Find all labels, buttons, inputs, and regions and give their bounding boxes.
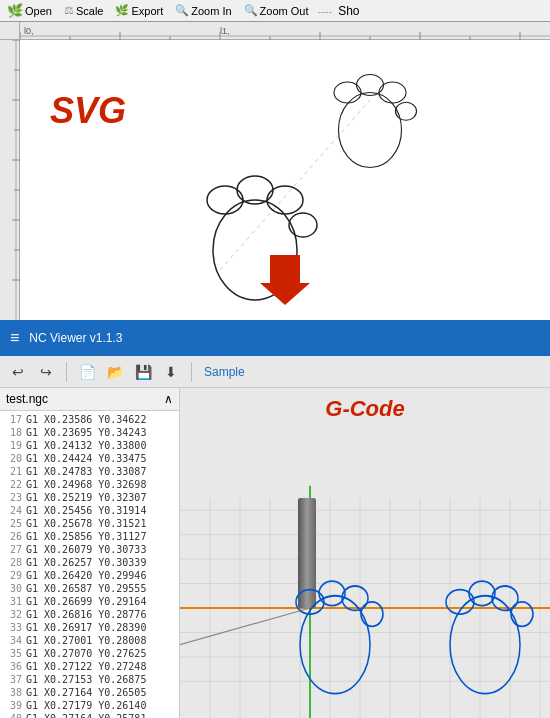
toolbar-sep1 — [66, 362, 67, 382]
line-number: 32 — [0, 609, 26, 620]
line-code: G1 X0.26079 Y0.30733 — [26, 544, 146, 555]
line-code: G1 X0.26917 Y0.28390 — [26, 622, 146, 633]
save-button[interactable]: 💾 — [131, 360, 155, 384]
line-code: G1 X0.23695 Y0.34243 — [26, 427, 146, 438]
table-row: 39G1 X0.27179 Y0.26140 — [0, 699, 179, 712]
sample-link[interactable]: Sample — [204, 365, 245, 379]
table-row: 28G1 X0.26257 Y0.30339 — [0, 556, 179, 569]
ruler-horizontal: l0, l1, — [20, 22, 550, 40]
3d-view-panel[interactable]: G-Code — [180, 388, 550, 718]
main-area: test.ngc ∧ 17G1 X0.23586 Y0.3462218G1 X0… — [0, 388, 550, 718]
zoom-out-button[interactable]: 🔍 Zoom Out — [241, 3, 312, 18]
svg-rect-60 — [298, 498, 316, 608]
scale-label: Scale — [76, 5, 104, 17]
undo-button[interactable]: ↩ — [6, 360, 30, 384]
line-number: 20 — [0, 453, 26, 464]
file-panel-header: test.ngc ∧ — [0, 388, 179, 411]
chevron-up-icon[interactable]: ∧ — [164, 392, 173, 406]
line-number: 37 — [0, 674, 26, 685]
ruler-corner — [0, 22, 20, 40]
line-code: G1 X0.27122 Y0.27248 — [26, 661, 146, 672]
line-number: 24 — [0, 505, 26, 516]
line-code: G1 X0.25856 Y0.31127 — [26, 531, 146, 542]
scale-button[interactable]: ⚖ Scale — [61, 3, 107, 18]
line-code: G1 X0.26587 Y0.29555 — [26, 583, 146, 594]
zoom-in-label: Zoom In — [191, 5, 231, 17]
svg-section: 🌿 Open ⚖ Scale 🌿 Export 🔍 Zoom In 🔍 Zoom… — [0, 0, 550, 320]
line-code: G1 X0.27179 Y0.26140 — [26, 700, 146, 711]
toolbar-sep2 — [191, 362, 192, 382]
table-row: 18G1 X0.23695 Y0.34243 — [0, 426, 179, 439]
ncviewer-section: ≡ NC Viewer v1.1.3 ↩ ↪ 📄 📂 💾 ⬇ Sample te… — [0, 320, 550, 718]
table-row: 19G1 X0.24132 Y0.33800 — [0, 439, 179, 452]
line-code: G1 X0.24783 Y0.33087 — [26, 466, 146, 477]
show-label: Sho — [338, 4, 359, 18]
line-code: G1 X0.26420 Y0.29946 — [26, 570, 146, 581]
hamburger-icon[interactable]: ≡ — [10, 329, 19, 347]
file-lines[interactable]: 17G1 X0.23586 Y0.3462218G1 X0.23695 Y0.3… — [0, 411, 179, 718]
line-code: G1 X0.23586 Y0.34622 — [26, 414, 146, 425]
line-number: 19 — [0, 440, 26, 451]
line-number: 30 — [0, 583, 26, 594]
zoom-out-icon: 🔍 — [244, 4, 258, 17]
line-code: G1 X0.27001 Y0.28008 — [26, 635, 146, 646]
table-row: 24G1 X0.25456 Y0.31914 — [0, 504, 179, 517]
line-code: G1 X0.27164 Y0.25781 — [26, 713, 146, 718]
line-code: G1 X0.25678 Y0.31521 — [26, 518, 146, 529]
table-row: 35G1 X0.27070 Y0.27625 — [0, 647, 179, 660]
line-code: G1 X0.26257 Y0.30339 — [26, 557, 146, 568]
redo-button[interactable]: ↪ — [34, 360, 58, 384]
line-code: G1 X0.25456 Y0.31914 — [26, 505, 146, 516]
line-number: 17 — [0, 414, 26, 425]
folder-open-button[interactable]: 📂 — [103, 360, 127, 384]
table-row: 37G1 X0.27153 Y0.26875 — [0, 673, 179, 686]
ncviewer-toolbar: ↩ ↪ 📄 📂 💾 ⬇ Sample — [0, 356, 550, 388]
open-icon: 🌿 — [7, 3, 23, 18]
line-number: 39 — [0, 700, 26, 711]
line-code: G1 X0.24132 Y0.33800 — [26, 440, 146, 451]
ncviewer-header: ≡ NC Viewer v1.1.3 — [0, 320, 550, 356]
svg-text:l1,: l1, — [220, 26, 230, 36]
gcode-label: G-Code — [325, 396, 404, 422]
line-number: 23 — [0, 492, 26, 503]
table-row: 23G1 X0.25219 Y0.32307 — [0, 491, 179, 504]
table-row: 31G1 X0.26699 Y0.29164 — [0, 595, 179, 608]
table-row: 21G1 X0.24783 Y0.33087 — [0, 465, 179, 478]
toolbar-separator: ---- — [318, 5, 333, 17]
table-row: 17G1 X0.23586 Y0.34622 — [0, 413, 179, 426]
table-row: 34G1 X0.27001 Y0.28008 — [0, 634, 179, 647]
open-button[interactable]: 🌿 Open — [4, 2, 55, 19]
export-label: Export — [131, 5, 163, 17]
svg-point-30 — [339, 93, 402, 168]
line-code: G1 X0.27164 Y0.26505 — [26, 687, 146, 698]
table-row: 26G1 X0.25856 Y0.31127 — [0, 530, 179, 543]
export-button[interactable]: 🌿 Export — [112, 3, 166, 18]
line-number: 33 — [0, 622, 26, 633]
line-number: 36 — [0, 661, 26, 672]
svg-marker-35 — [260, 255, 310, 305]
table-row: 33G1 X0.26917 Y0.28390 — [0, 621, 179, 634]
table-row: 30G1 X0.26587 Y0.29555 — [0, 582, 179, 595]
svg-point-28 — [267, 186, 303, 214]
table-row: 38G1 X0.27164 Y0.26505 — [0, 686, 179, 699]
down-arrow — [260, 255, 310, 308]
zoom-in-button[interactable]: 🔍 Zoom In — [172, 3, 234, 18]
line-code: G1 X0.27070 Y0.27625 — [26, 648, 146, 659]
line-number: 29 — [0, 570, 26, 581]
line-number: 27 — [0, 544, 26, 555]
table-row: 25G1 X0.25678 Y0.31521 — [0, 517, 179, 530]
download-button[interactable]: ⬇ — [159, 360, 183, 384]
line-code: G1 X0.24424 Y0.33475 — [26, 453, 146, 464]
file-new-button[interactable]: 📄 — [75, 360, 99, 384]
svg-toolbar: 🌿 Open ⚖ Scale 🌿 Export 🔍 Zoom In 🔍 Zoom… — [0, 0, 550, 22]
ncviewer-title: NC Viewer v1.1.3 — [29, 331, 122, 345]
line-code: G1 X0.24968 Y0.32698 — [26, 479, 146, 490]
svg-canvas: SVG — [20, 40, 550, 320]
scale-icon: ⚖ — [64, 4, 74, 17]
zoom-in-icon: 🔍 — [175, 4, 189, 17]
zoom-out-label: Zoom Out — [260, 5, 309, 17]
line-number: 18 — [0, 427, 26, 438]
table-row: 32G1 X0.26816 Y0.28776 — [0, 608, 179, 621]
svg-point-29 — [289, 213, 317, 237]
open-label: Open — [25, 5, 52, 17]
